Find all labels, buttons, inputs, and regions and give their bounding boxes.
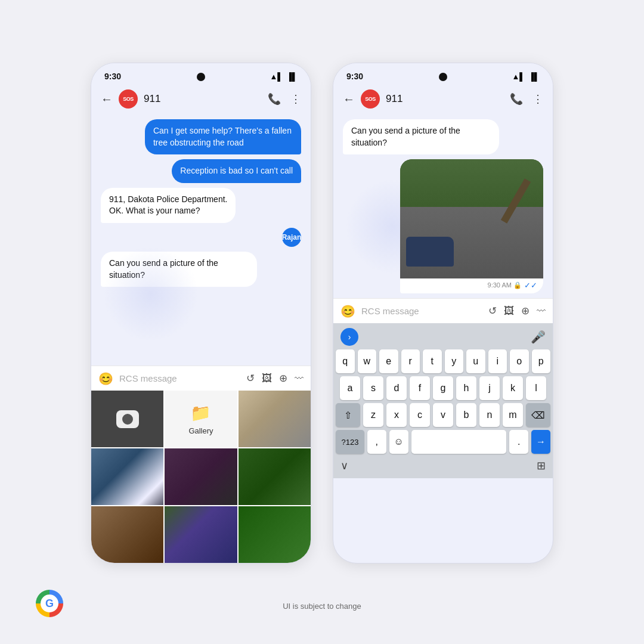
- call-icon-right[interactable]: 📞: [510, 92, 523, 106]
- bubble-text-r1: Can you send a picture of the situation?: [351, 126, 460, 147]
- gallery-image-dog[interactable]: [91, 506, 163, 563]
- image-photo: [400, 159, 543, 278]
- key-z[interactable]: z: [363, 403, 383, 427]
- gallery-image-mountain[interactable]: [91, 448, 163, 505]
- message-row-r1: Can you send a picture of the situation?: [343, 119, 543, 154]
- key-h[interactable]: h: [456, 376, 476, 400]
- keyboard-row-2: a s d f g h j k l: [336, 376, 550, 400]
- wave-button-right[interactable]: 〰: [537, 306, 546, 316]
- input-icons-right: ↺ 🖼 ⊕ 〰: [488, 305, 546, 317]
- more-icon-left[interactable]: ⋮: [290, 92, 301, 106]
- refresh-button-left[interactable]: ↺: [246, 372, 255, 385]
- sos-badge-right: SOS: [361, 89, 380, 109]
- avatar-bubble: Rajan: [282, 228, 301, 247]
- back-button-right[interactable]: ←: [343, 92, 355, 106]
- key-f[interactable]: f: [410, 376, 430, 400]
- key-x[interactable]: x: [386, 403, 407, 427]
- key-q[interactable]: q: [336, 349, 355, 373]
- key-g[interactable]: g: [433, 376, 453, 400]
- message-input-left[interactable]: RCS message: [119, 371, 240, 386]
- key-l[interactable]: l: [526, 376, 546, 400]
- bubble-received-r1: Can you send a picture of the situation?: [343, 119, 499, 154]
- wave-button-left[interactable]: 〰: [295, 373, 304, 383]
- message-row-1: Can I get some help? There's a fallen tr…: [101, 119, 301, 154]
- key-b[interactable]: b: [456, 403, 476, 427]
- image-button-left[interactable]: 🖼: [262, 373, 272, 385]
- camera-dot-right: [439, 73, 447, 81]
- key-v[interactable]: v: [433, 403, 453, 427]
- keyboard-row-4: ?123 , ☺ . →: [336, 430, 550, 454]
- key-send[interactable]: →: [531, 430, 550, 454]
- app-header-right: ← SOS 911 📞 ⋮: [333, 85, 553, 113]
- message-row-5: Can you send a picture of the situation?: [101, 252, 301, 287]
- chat-area-right: Can you send a picture of the situation?: [333, 113, 553, 298]
- key-e[interactable]: e: [379, 349, 398, 373]
- key-c[interactable]: c: [410, 403, 430, 427]
- header-actions-left: 📞 ⋮: [268, 92, 301, 106]
- bubble-text-3: 911, Dakota Police Department.OK. What i…: [109, 194, 227, 216]
- shift-icon: ⇧: [344, 410, 352, 421]
- chat-area-left: Can I get some help? There's a fallen tr…: [91, 113, 311, 366]
- google-g-letter: G: [45, 597, 54, 610]
- gallery-image-cat[interactable]: [239, 391, 311, 447]
- gallery-folder-cell[interactable]: 📁 Gallery: [165, 391, 237, 447]
- key-backspace[interactable]: ⌫: [526, 403, 550, 427]
- battery-icon-right: ▐▌: [529, 72, 540, 81]
- key-r[interactable]: r: [401, 349, 420, 373]
- key-numbers[interactable]: ?123: [336, 430, 364, 454]
- key-period[interactable]: .: [509, 430, 528, 454]
- more-icon-right[interactable]: ⋮: [532, 92, 543, 106]
- expand-icon: ›: [348, 332, 351, 342]
- key-j[interactable]: j: [479, 376, 500, 400]
- key-o[interactable]: o: [510, 349, 529, 373]
- message-row-2: Reception is bad so I can't call: [101, 159, 301, 183]
- bubble-received-1: 911, Dakota Police Department.OK. What i…: [101, 188, 236, 223]
- bubble-received-2: Can you send a picture of the situation?: [101, 252, 257, 287]
- call-icon-left[interactable]: 📞: [268, 92, 281, 106]
- key-w[interactable]: w: [358, 349, 377, 373]
- message-input-right[interactable]: RCS message: [361, 304, 482, 318]
- image-button-right[interactable]: 🖼: [504, 305, 514, 317]
- key-m[interactable]: m: [503, 403, 523, 427]
- signal-icon-left: ▲▌: [270, 72, 283, 81]
- phone-left: 9:30 ▲▌ ▐▌ ← SOS 911 📞 ⋮: [91, 63, 311, 564]
- key-d[interactable]: d: [386, 376, 407, 400]
- gallery-image-flowers[interactable]: [165, 506, 237, 563]
- input-placeholder-left: RCS message: [119, 373, 177, 383]
- add-button-left[interactable]: ⊕: [279, 372, 287, 385]
- key-space[interactable]: [411, 430, 507, 454]
- emoji-button-right[interactable]: 😊: [340, 304, 355, 318]
- key-u[interactable]: u: [466, 349, 485, 373]
- add-button-right[interactable]: ⊕: [521, 305, 530, 317]
- key-comma[interactable]: ,: [367, 430, 386, 454]
- key-k[interactable]: k: [503, 376, 523, 400]
- gallery-image-purple[interactable]: [165, 448, 237, 505]
- google-logo-container: G: [36, 590, 63, 617]
- back-button-left[interactable]: ←: [101, 92, 113, 106]
- keyboard-expand-button[interactable]: ›: [340, 328, 358, 346]
- key-t[interactable]: t: [423, 349, 442, 373]
- keyboard-chevron-down[interactable]: ∨: [340, 459, 348, 472]
- gallery-image-plant[interactable]: [239, 506, 311, 563]
- key-shift[interactable]: ⇧: [336, 403, 360, 427]
- key-n[interactable]: n: [479, 403, 500, 427]
- bubble-text-2: Reception is bad so I can't call: [180, 166, 293, 175]
- camera-cell[interactable]: [91, 391, 163, 447]
- key-s[interactable]: s: [363, 376, 383, 400]
- emoji-button-left[interactable]: 😊: [98, 371, 113, 386]
- key-emoji[interactable]: ☺: [389, 430, 408, 454]
- message-row-4: Rajan: [101, 228, 301, 247]
- status-bar-left: 9:30 ▲▌ ▐▌: [91, 63, 311, 85]
- image-bubble: 9:30 AM 🔒 ✓✓: [400, 159, 543, 293]
- key-i[interactable]: i: [488, 349, 507, 373]
- refresh-button-right[interactable]: ↺: [488, 305, 497, 317]
- key-y[interactable]: y: [445, 349, 464, 373]
- keyboard-grid-icon[interactable]: ⊞: [537, 459, 546, 472]
- input-placeholder-right: RCS message: [361, 306, 419, 316]
- key-p[interactable]: p: [532, 349, 551, 373]
- gallery-image-green[interactable]: [239, 448, 311, 505]
- folder-icon: 📁: [190, 403, 211, 423]
- sos-badge-left: SOS: [119, 89, 138, 109]
- key-a[interactable]: a: [340, 376, 360, 400]
- keyboard-mic-button[interactable]: 🎤: [531, 330, 546, 344]
